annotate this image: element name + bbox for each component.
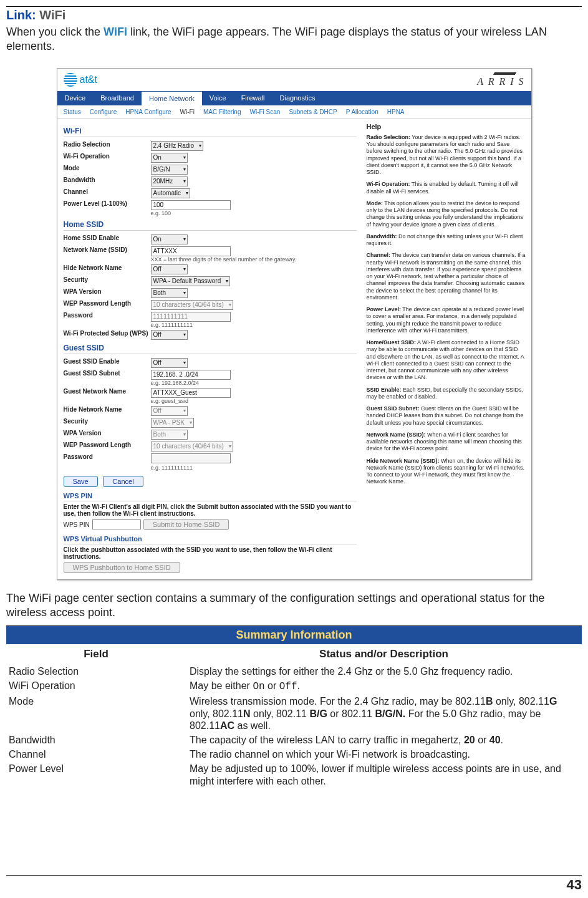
att-text: at&t [80, 74, 97, 85]
text-input[interactable]: ATTXXX [151, 246, 231, 256]
help-paragraph: Hide Network Name (SSID): When on, the d… [367, 458, 526, 486]
sub-tab[interactable]: MAC Filtering [203, 109, 241, 115]
sub-tab-bar: StatusConfigureHPNA ConfigureWi-FiMAC Fi… [57, 105, 531, 119]
heading-prefix: Link: [6, 8, 39, 22]
help-paragraph: Channel: The device can transfer data on… [367, 252, 526, 301]
select-control: Both [151, 430, 188, 440]
table-row: Radio SelectionDisplay the settings for … [6, 664, 582, 678]
field-label: Radio Selection [64, 141, 151, 148]
field-label: Password [64, 453, 151, 460]
field-label: Security [64, 418, 151, 425]
table-row: WiFi OperationMay be either On or Off. [6, 678, 582, 694]
field-label: Guest Network Name [64, 388, 151, 395]
select-control[interactable]: 2.4 GHz Radio [151, 141, 204, 151]
wps-pin-input[interactable] [92, 519, 141, 529]
field-label: Guest SSID Enable [64, 358, 151, 365]
sub-tab[interactable]: Status [64, 109, 81, 115]
field-label: Password [64, 312, 151, 319]
help-paragraph: Power Level: The device can operate at a… [367, 306, 526, 334]
field-label: Hide Network Name [64, 264, 151, 271]
sub-tab[interactable]: HPNA Configure [125, 109, 171, 115]
summary-table: Summary Information Field Status and/or … [6, 625, 582, 788]
sub-tab[interactable]: Subnets & DHCP [289, 109, 337, 115]
select-control[interactable]: Off [151, 264, 188, 274]
main-tab[interactable]: Diagnostics [272, 91, 323, 105]
sub-tab[interactable]: Configure [90, 109, 117, 115]
select-control[interactable]: B/G/N [151, 165, 188, 175]
main-tab[interactable]: Device [57, 91, 94, 105]
heading-value: WiFi [39, 8, 65, 22]
text-input[interactable]: ATTXXX_Guest [151, 388, 231, 398]
table-col-desc: Status and/or Description [186, 644, 582, 664]
field-hint: e.g. 192.168.2.0/24 [151, 380, 357, 386]
main-tab[interactable]: Home Network [142, 91, 202, 105]
desc-cell: The capacity of the wireless LAN to carr… [186, 733, 582, 747]
sub-tab[interactable]: Wi-Fi [180, 109, 195, 115]
field-cell: WiFi Operation [6, 678, 186, 694]
help-paragraph: Bandwidth: Do not change this setting un… [367, 233, 526, 248]
help-paragraph: Mode: This option allows you to restrict… [367, 200, 526, 228]
wps-pushbutton[interactable]: WPS Pushbutton to Home SSID [64, 562, 180, 573]
help-paragraph: Home/Guest SSID: A Wi-Fi client connecte… [367, 339, 526, 382]
main-tab[interactable]: Voice [202, 91, 234, 105]
select-control: 10 characters (40/64 bits) [151, 442, 233, 451]
desc-cell: May be either On or Off. [186, 678, 582, 694]
field-label: WPA Version [64, 288, 151, 295]
embedded-screenshot: at&t A R R I S DeviceBroadbandHome Netwo… [57, 68, 532, 580]
field-cell: Mode [6, 694, 186, 733]
main-tab[interactable]: Firewall [234, 91, 272, 105]
select-control: 10 characters (40/64 bits) [151, 300, 233, 310]
cancel-button[interactable]: Cancel [103, 476, 143, 487]
guest-ssid-heading: Guest SSID [64, 344, 357, 354]
help-title: Help [367, 123, 526, 132]
help-paragraph: Guest SSID Subnet: Guest clients on the … [367, 405, 526, 427]
wps-pin-label: WPS PIN [64, 521, 90, 528]
select-control[interactable]: Off [151, 358, 188, 368]
select-control[interactable]: Both [151, 288, 188, 298]
field-label: Wi-Fi Protected Setup (WPS) [64, 330, 151, 337]
wps-submit-button[interactable]: Submit to Home SSID [143, 519, 229, 530]
main-tab[interactable]: Broadband [93, 91, 142, 105]
field-cell: Channel [6, 747, 186, 761]
table-row: Power LevelMay be adjusted up to 100%, l… [6, 761, 582, 788]
field-label: WEP Password Length [64, 442, 151, 448]
att-globe-icon [64, 73, 77, 87]
select-control: Off [151, 406, 188, 416]
select-control[interactable]: 20MHz [151, 176, 188, 186]
wps-pushbutton-heading: WPS Virtual Pushbutton [64, 535, 357, 544]
select-control[interactable]: Automatic [151, 188, 190, 198]
wps-pin-heading: WPS PIN [64, 492, 357, 501]
field-label: Wi-Fi Operation [64, 153, 151, 160]
table-row: ChannelThe radio channel on which your W… [6, 747, 582, 761]
page-number: 43 [6, 875, 582, 893]
select-control[interactable]: Off [151, 330, 188, 340]
desc-cell: The radio channel on which your Wi-Fi ne… [186, 747, 582, 761]
wps-pin-instructions: Enter the Wi-Fi Client's all digit PIN, … [64, 503, 357, 517]
field-label: Channel [64, 188, 151, 195]
field-cell: Radio Selection [6, 664, 186, 678]
text-input[interactable]: 100 [151, 200, 231, 210]
sub-tab[interactable]: Wi-Fi Scan [250, 109, 281, 115]
table-banner: Summary Information [6, 626, 582, 645]
select-control[interactable]: WPA - Default Password [151, 276, 231, 286]
desc-cell: Display the settings for either the 2.4 … [186, 664, 582, 678]
field-hint: e.g. 1111111111 [151, 322, 357, 328]
select-control[interactable]: On [151, 153, 188, 163]
sub-tab[interactable]: HPNA [387, 109, 405, 115]
select-control[interactable]: On [151, 234, 188, 244]
sub-tab[interactable]: P Allocation [346, 109, 378, 115]
save-button[interactable]: Save [64, 476, 98, 487]
field-label: Security [64, 276, 151, 283]
wifi-link-text: WiFi [104, 26, 127, 38]
field-cell: Bandwidth [6, 733, 186, 747]
intro-paragraph: When you click the WiFi link, the WiFi p… [6, 25, 582, 53]
home-ssid-heading: Home SSID [64, 220, 357, 231]
select-control: WPA - PSK [151, 418, 194, 428]
field-cell: Power Level [6, 761, 186, 788]
text-input[interactable]: 192.168. 2 .0/24 [151, 370, 231, 380]
att-logo: at&t [64, 73, 97, 87]
field-label: Guest SSID Subnet [64, 370, 151, 377]
field-label: Hide Network Name [64, 406, 151, 413]
settings-panel: Wi-Fi Radio Selection2.4 GHz RadioWi-Fi … [57, 119, 363, 579]
help-panel: Help Radio Selection: Your device is equ… [363, 119, 531, 579]
